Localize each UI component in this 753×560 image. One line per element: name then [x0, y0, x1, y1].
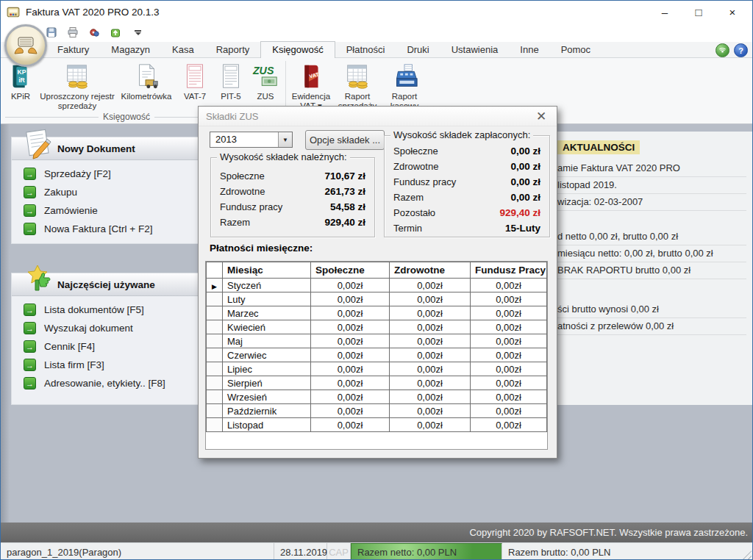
- options-gear-icon[interactable]: [88, 26, 100, 39]
- ribbon-button-zus[interactable]: ZUS ZUS: [248, 58, 283, 101]
- month-cell[interactable]: Wrzesień: [223, 390, 311, 404]
- tab-kasa[interactable]: Kasa: [161, 42, 205, 57]
- month-cell[interactable]: Maj: [223, 334, 311, 348]
- ribbon-button-ewidencja-vat[interactable]: VAT Ewidencja VAT ▾: [288, 58, 334, 111]
- month-cell[interactable]: Styczeń: [223, 279, 311, 292]
- row-selector-cell[interactable]: [207, 376, 223, 390]
- spoleczne-cell[interactable]: 0,00zł: [311, 418, 390, 432]
- sidebar-item[interactable]: → Zakupu: [12, 183, 206, 201]
- spoleczne-cell[interactable]: 0,00zł: [311, 292, 390, 306]
- close-button[interactable]: ×: [715, 1, 749, 23]
- row-selector-cell[interactable]: [207, 320, 223, 334]
- zdrowotne-cell[interactable]: 0,00zł: [390, 362, 471, 376]
- ribbon-button-pit5[interactable]: PIT-5: [214, 58, 248, 101]
- grid-row[interactable]: Październik 0,00zł 0,00zł 0,00zł: [207, 404, 547, 418]
- grid-row[interactable]: Luty 0,00zł 0,00zł 0,00zł: [207, 292, 547, 306]
- sidebar-item[interactable]: → Nowa Faktura [Ctrl + F2]: [12, 220, 206, 238]
- dialog-close-icon[interactable]: ✕: [533, 109, 549, 124]
- grid-row[interactable]: Styczeń 0,00zł 0,00zł 0,00zł: [207, 279, 547, 292]
- fundusz-pracy-cell[interactable]: 0,00zł: [471, 292, 547, 306]
- tab-druki[interactable]: Druki: [396, 42, 440, 57]
- fundusz-pracy-cell[interactable]: 0,00zł: [471, 348, 547, 362]
- grid-row[interactable]: Czerwiec 0,00zł 0,00zł 0,00zł: [207, 348, 547, 362]
- tab-platnosci[interactable]: Płatności: [335, 42, 396, 57]
- tab-faktury[interactable]: Faktury: [46, 42, 100, 57]
- zdrowotne-cell[interactable]: 0,00zł: [390, 292, 471, 306]
- year-select[interactable]: 2013 ▼: [210, 132, 293, 148]
- tab-ustawienia[interactable]: Ustawienia: [440, 42, 510, 57]
- month-cell[interactable]: Luty: [223, 292, 311, 306]
- dropdown-arrow-icon[interactable]: ▼: [278, 132, 292, 147]
- ribbon-button-vat7[interactable]: VAT-7: [176, 58, 214, 101]
- sidebar-item[interactable]: → Wyszukaj dokument: [12, 319, 206, 337]
- spoleczne-cell[interactable]: 0,00zł: [311, 279, 390, 292]
- zdrowotne-cell[interactable]: 0,00zł: [390, 390, 471, 404]
- fundusz-pracy-cell[interactable]: 0,00zł: [471, 362, 547, 376]
- month-cell[interactable]: Lipiec: [223, 362, 311, 376]
- zdrowotne-cell[interactable]: 0,00zł: [390, 418, 471, 432]
- zdrowotne-cell[interactable]: 0,00zł: [390, 334, 471, 348]
- spoleczne-cell[interactable]: 0,00zł: [311, 376, 390, 390]
- tab-ksiegowosc[interactable]: Księgowość: [260, 41, 335, 58]
- ribbon-button-raport-kasowy[interactable]: Raport kasowy: [381, 58, 428, 111]
- grid-row[interactable]: Maj 0,00zł 0,00zł 0,00zł: [207, 334, 547, 348]
- sidebar-item[interactable]: → Zamówienie: [12, 201, 206, 220]
- sidebar-item[interactable]: → Lista dokumentów [F5]: [12, 301, 206, 319]
- grid-row[interactable]: Listopad 0,00zł 0,00zł 0,00zł: [207, 418, 547, 432]
- row-selector-cell[interactable]: [207, 362, 223, 376]
- sidebar-item[interactable]: → Cennik [F4]: [12, 337, 206, 356]
- grid-row[interactable]: Wrzesień 0,00zł 0,00zł 0,00zł: [207, 390, 547, 404]
- spoleczne-cell[interactable]: 0,00zł: [311, 320, 390, 334]
- tab-inne[interactable]: Inne: [509, 42, 549, 57]
- fundusz-pracy-cell[interactable]: 0,00zł: [471, 418, 547, 432]
- spoleczne-cell[interactable]: 0,00zł: [311, 404, 390, 418]
- row-selector-cell[interactable]: [207, 334, 223, 348]
- row-selector-cell[interactable]: [207, 390, 223, 404]
- row-selector-cell[interactable]: [207, 279, 223, 292]
- spoleczne-cell[interactable]: 0,00zł: [311, 306, 390, 320]
- spoleczne-cell[interactable]: 0,00zł: [311, 334, 390, 348]
- ribbon-button-raport-sprzedazy[interactable]: Raport sprzedaży: [334, 58, 381, 111]
- fundusz-pracy-cell[interactable]: 0,00zł: [471, 334, 547, 348]
- fundusz-pracy-cell[interactable]: 0,00zł: [471, 306, 547, 320]
- zdrowotne-cell[interactable]: 0,00zł: [390, 320, 471, 334]
- minimize-button[interactable]: –: [648, 1, 682, 23]
- row-selector-cell[interactable]: [207, 348, 223, 362]
- options-button[interactable]: Opcje składek ...: [305, 130, 385, 150]
- spoleczne-cell[interactable]: 0,00zł: [311, 348, 390, 362]
- fundusz-pracy-cell[interactable]: 0,00zł: [471, 376, 547, 390]
- row-selector-cell[interactable]: [207, 306, 223, 320]
- zdrowotne-cell[interactable]: 0,00zł: [390, 376, 471, 390]
- zdrowotne-cell[interactable]: 0,00zł: [390, 404, 471, 418]
- maximize-button[interactable]: □: [682, 1, 715, 23]
- grid-row[interactable]: Sierpień 0,00zł 0,00zł 0,00zł: [207, 376, 547, 390]
- grid-row[interactable]: Marzec 0,00zł 0,00zł 0,00zł: [207, 306, 547, 320]
- month-cell[interactable]: Marzec: [223, 306, 311, 320]
- update-icon[interactable]: [109, 26, 121, 39]
- tab-raporty[interactable]: Raporty: [205, 42, 261, 57]
- spoleczne-cell[interactable]: 0,00zł: [311, 362, 390, 376]
- spoleczne-cell[interactable]: 0,00zł: [311, 390, 390, 404]
- sidebar-item[interactable]: → Lista firm [F3]: [12, 356, 206, 374]
- zdrowotne-cell[interactable]: 0,00zł: [390, 348, 471, 362]
- zdrowotne-cell[interactable]: 0,00zł: [390, 306, 471, 320]
- row-selector-cell[interactable]: [207, 404, 223, 418]
- network-status-icon[interactable]: [715, 43, 729, 57]
- tab-pomoc[interactable]: Pomoc: [550, 42, 602, 57]
- month-cell[interactable]: Listopad: [223, 418, 311, 432]
- row-selector-cell[interactable]: [207, 292, 223, 306]
- save-icon[interactable]: [45, 26, 57, 39]
- month-cell[interactable]: Czerwiec: [223, 348, 311, 362]
- print-icon[interactable]: [66, 26, 79, 39]
- grid-row[interactable]: Kwiecień 0,00zł 0,00zł 0,00zł: [207, 320, 547, 334]
- ribbon-button-uproszczony-rejestr[interactable]: Uproszczony rejestr sprzedaży: [38, 58, 117, 111]
- row-selector-cell[interactable]: [207, 418, 223, 432]
- fundusz-pracy-cell[interactable]: 0,00zł: [471, 279, 547, 292]
- ribbon-button-kilometrowka[interactable]: Kilometrówka: [117, 58, 176, 101]
- tab-magazyn[interactable]: Magazyn: [100, 42, 161, 57]
- fundusz-pracy-cell[interactable]: 0,00zł: [471, 404, 547, 418]
- month-cell[interactable]: Sierpień: [223, 376, 311, 390]
- grid-row[interactable]: Lipiec 0,00zł 0,00zł 0,00zł: [207, 362, 547, 376]
- sidebar-item[interactable]: → Sprzedaży [F2]: [12, 165, 206, 183]
- month-cell[interactable]: Kwiecień: [223, 320, 311, 334]
